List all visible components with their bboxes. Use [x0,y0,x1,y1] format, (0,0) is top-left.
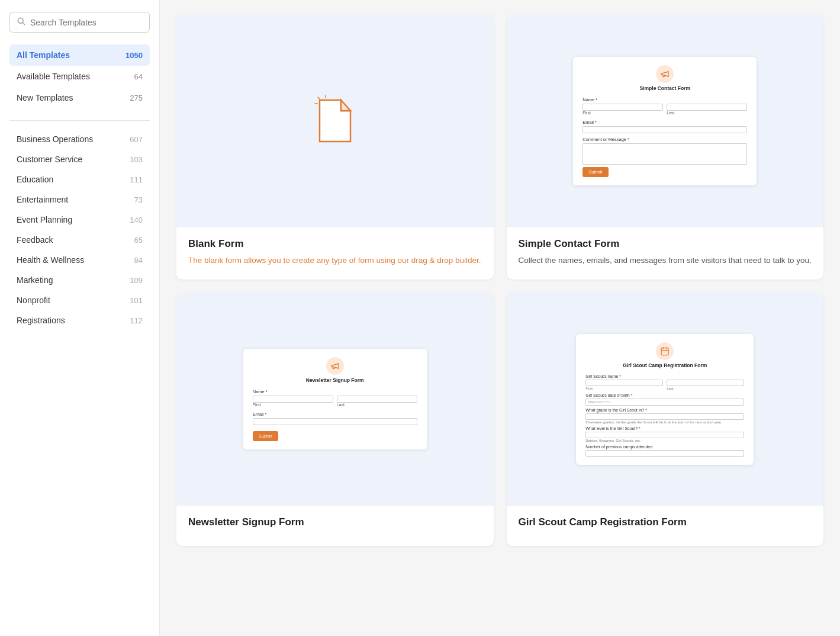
card-title-newsletter: Newsletter Signup Form [188,516,482,528]
newsletter-first-field: First [253,396,333,408]
category-count: 73 [134,195,143,204]
scout-first-input [585,380,663,386]
category-nonprofit[interactable]: Nonprofit 101 [9,290,150,310]
template-card-blank[interactable]: Blank Form The blank form allows you to … [176,14,494,280]
first-name-field: First [582,104,663,116]
last-name-field: Last [667,104,747,116]
card-description-blank: The blank form allows you to create any … [188,255,482,266]
mini-girlscout-form: Girl Scout Camp Registration Form Girl S… [576,334,754,465]
scout-level-input [585,432,744,438]
category-count: 109 [130,276,143,285]
main-content: Blank Form The blank form allows you to … [160,0,840,636]
card-body-girlscout: Girl Scout Camp Registration Form [507,506,824,546]
category-label: Customer Service [17,155,82,164]
category-count: 140 [130,216,143,224]
search-input[interactable] [30,18,142,27]
newsletter-first-input [253,396,333,403]
available-templates-label: Available Templates [17,72,90,81]
search-box[interactable] [9,12,150,33]
scout-level-hint: Daisies, Brownies, Girl Scouts, etc. [585,439,744,442]
available-templates-item[interactable]: Available Templates 64 [9,66,150,87]
name-row: First Last [582,104,747,116]
category-count: 103 [130,155,143,164]
blank-form-icon [311,94,359,147]
new-templates-count: 275 [130,94,143,102]
search-icon [17,17,25,27]
category-event-planning[interactable]: Event Planning 140 [9,210,150,230]
comment-textarea [582,143,747,165]
last-label: Last [667,111,747,115]
scout-name-label: Girl Scout's name * [585,374,744,378]
mini-contact-form: Simple Contact Form Name * First Last [573,57,757,185]
category-count: 65 [134,236,143,245]
first-label: First [582,111,663,115]
category-education[interactable]: Education 111 [9,169,150,189]
newsletter-first-label: First [253,403,333,407]
mini-newsletter-form: Newsletter Signup Form Name * First Last [243,349,427,449]
category-count: 607 [130,135,143,144]
scout-camps-input [585,450,744,457]
category-health-wellness[interactable]: Health & Wellness 84 [9,250,150,270]
newsletter-last-input [337,396,417,403]
template-card-newsletter[interactable]: Newsletter Signup Form Name * First Last [176,293,494,546]
all-templates-item[interactable]: All Templates 1050 [9,44,150,66]
newsletter-email-label: Email * [253,412,417,417]
all-templates-count: 1050 [125,51,143,60]
scout-dob-placeholder: MM/DD/YYYY [588,400,610,404]
newsletter-last-field: Last [337,396,417,408]
mini-form-header: Simple Contact Form [582,65,747,91]
mini-girlscout-title: Girl Scout Camp Registration Form [623,362,707,368]
category-customer-service[interactable]: Customer Service 103 [9,149,150,169]
category-entertainment[interactable]: Entertainment 73 [9,189,150,210]
scout-last-label: Last [667,387,744,390]
sidebar-divider [9,120,150,121]
card-title-blank: Blank Form [188,238,482,250]
template-card-girlscout[interactable]: Girl Scout Camp Registration Form Girl S… [507,293,824,546]
newsletter-form-submit[interactable]: Submit [253,431,278,441]
last-name-input [667,104,747,111]
email-label: Email * [582,120,747,125]
card-body-contact: Simple Contact Form Collect the names, e… [507,227,824,280]
newsletter-name-label: Name * [253,389,417,394]
svg-rect-5 [661,348,668,355]
scout-last-col: Last [667,380,744,390]
newsletter-email-input [253,418,417,425]
mini-girlscout-header: Girl Scout Camp Registration Form [585,342,744,368]
scout-dob-input: MM/DD/YYYY [585,399,744,406]
card-preview-contact: Simple Contact Form Name * First Last [507,14,824,227]
category-count: 101 [130,296,143,305]
new-templates-label: New Templates [17,93,73,102]
category-label: Entertainment [17,195,68,204]
category-marketing[interactable]: Marketing 109 [9,270,150,290]
card-body-blank: Blank Form The blank form allows you to … [176,227,494,280]
card-title-contact: Simple Contact Form [519,238,812,250]
scout-grade-input [585,413,744,420]
scout-first-col: First [585,380,663,390]
svg-line-4 [318,97,320,99]
calendar-icon [656,342,674,360]
category-label: Business Operations [17,134,93,144]
top-items-list: All Templates 1050 Available Templates 6… [9,44,150,108]
newsletter-name-row: First Last [253,396,417,408]
svg-point-0 [18,18,23,23]
card-preview-girlscout: Girl Scout Camp Registration Form Girl S… [507,293,824,506]
card-description-contact: Collect the names, emails, and messages … [519,255,812,266]
new-templates-item[interactable]: New Templates 275 [9,87,150,108]
category-feedback[interactable]: Feedback 65 [9,230,150,250]
template-card-contact[interactable]: Simple Contact Form Name * First Last [507,14,824,280]
megaphone-icon-newsletter [326,357,344,375]
name-field-label: Name * [582,97,747,102]
scout-level-label: What level is the Girl Scout? * [585,426,744,431]
category-label: Feedback [17,235,53,245]
category-count: 112 [130,316,143,325]
scout-last-input [667,380,744,386]
megaphone-icon [656,65,674,83]
card-preview-newsletter: Newsletter Signup Form Name * First Last [176,293,494,506]
category-business-operations[interactable]: Business Operations 607 [9,129,150,149]
category-registrations[interactable]: Registrations 112 [9,310,150,330]
category-label: Nonprofit [17,295,50,305]
category-label: Marketing [17,275,53,285]
contact-form-submit[interactable]: Submit [582,167,608,177]
category-label: Event Planning [17,215,72,224]
newsletter-last-label: Last [337,403,417,407]
